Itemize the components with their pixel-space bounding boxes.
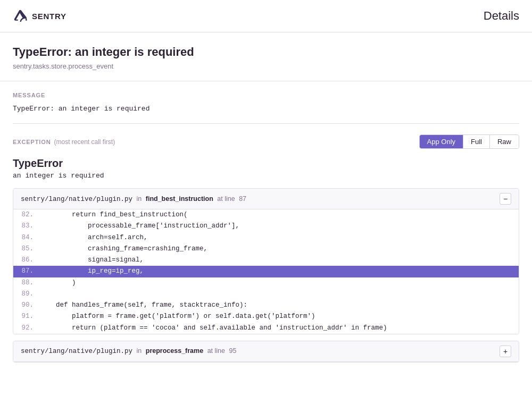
line-content [40, 289, 47, 300]
line-number: 88. [13, 277, 40, 289]
code-frame-1-info: sentry/lang/native/plugin.py in find_bes… [21, 195, 246, 203]
code-line: 86. signal=signal, [13, 255, 519, 266]
code-line: 82. return find_best_instruction( [13, 209, 519, 221]
header: SENTRY Details [0, 0, 532, 32]
line-content: return find_best_instruction( [40, 209, 195, 221]
frame2-path: sentry/lang/native/plugin.py [21, 348, 132, 355]
line-content: arch=self.arch, [40, 232, 155, 243]
sentry-logo-icon [13, 9, 28, 23]
line-content: ip_reg=ip_reg, [40, 266, 151, 277]
exception-value: an integer is required [13, 172, 519, 180]
exception-label-group: EXCEPTION (most recent call first) [13, 138, 115, 146]
line-number: 91. [13, 311, 40, 322]
frame2-function: preprocess_frame [146, 347, 203, 355]
full-button[interactable]: Full [463, 135, 490, 148]
logo: SENTRY [13, 9, 66, 23]
code-line: 90. def handles_frame(self, frame, stack… [13, 300, 519, 311]
error-title: TypeError: an integer is required [13, 45, 519, 59]
exception-label: EXCEPTION [13, 139, 51, 145]
error-path: sentry.tasks.store.process_event [13, 62, 519, 70]
line-number: 87. [13, 266, 40, 277]
code-line: 84. arch=self.arch, [13, 232, 519, 243]
exception-note: (most recent call first) [54, 138, 115, 146]
code-line: 91. platform = frame.get('platform') or … [13, 311, 519, 322]
code-line: 92. return (platform == 'cocoa' and self… [13, 323, 519, 334]
line-content: ) [40, 277, 84, 289]
line-content: platform = frame.get('platform') or self… [40, 311, 323, 322]
message-section: MESSAGE TypeError: an integer is require… [13, 81, 519, 124]
exception-section: EXCEPTION (most recent call first) App O… [13, 124, 519, 363]
exception-header: EXCEPTION (most recent call first) App O… [13, 134, 519, 149]
line-number: 82. [13, 209, 40, 221]
line-number: 90. [13, 300, 40, 311]
logo-text: SENTRY [32, 12, 66, 21]
code-frame-1-header: sentry/lang/native/plugin.py in find_bes… [13, 189, 519, 209]
frame2-at-text: at line [207, 347, 225, 355]
line-content: signal=signal, [40, 255, 151, 266]
line-number: 92. [13, 323, 40, 334]
line-content: def handles_frame(self, frame, stacktrac… [40, 300, 255, 311]
code-line: 87. ip_reg=ip_reg, [13, 266, 519, 277]
code-line: 89. [13, 289, 519, 300]
code-line: 83. processable_frame['instruction_addr'… [13, 221, 519, 232]
frame1-in-text: in [137, 195, 142, 203]
view-toggle-group: App Only Full Raw [419, 134, 519, 149]
line-number: 84. [13, 232, 40, 243]
line-content: return (platform == 'cocoa' and self.ava… [40, 323, 395, 334]
code-line: 88. ) [13, 277, 519, 289]
message-text: TypeError: an integer is required [13, 105, 519, 113]
frame1-line: 87 [239, 195, 246, 203]
line-number: 89. [13, 289, 40, 300]
raw-button[interactable]: Raw [490, 135, 519, 148]
frame1-path: sentry/lang/native/plugin.py [21, 196, 132, 203]
code-line: 85. crashing_frame=crashing_frame, [13, 243, 519, 255]
frame1-function: find_best_instruction [146, 195, 213, 203]
frame1-code-lines: 82. return find_best_instruction(83. pro… [13, 209, 519, 334]
line-number: 86. [13, 255, 40, 266]
line-number: 83. [13, 221, 40, 232]
line-number: 85. [13, 243, 40, 255]
frame2-line: 95 [229, 347, 236, 355]
code-frame-2-header: sentry/lang/native/plugin.py in preproce… [13, 341, 519, 362]
frame2-in-text: in [137, 347, 142, 355]
exception-type: TypeError [13, 157, 519, 170]
frame1-toggle-button[interactable]: − [500, 193, 511, 205]
message-label: MESSAGE [13, 92, 519, 98]
details-title: Details [484, 9, 519, 23]
code-frame-2: sentry/lang/native/plugin.py in preproce… [13, 341, 519, 363]
frame2-toggle-button[interactable]: + [500, 346, 511, 357]
main-content: TypeError: an integer is required sentry… [0, 32, 532, 363]
frame1-at-text: at line [217, 195, 235, 203]
line-content: crashing_frame=crashing_frame, [40, 243, 215, 255]
code-frame-2-info: sentry/lang/native/plugin.py in preproce… [21, 347, 236, 355]
app-only-button[interactable]: App Only [420, 135, 463, 148]
code-frame-1: sentry/lang/native/plugin.py in find_bes… [13, 188, 519, 334]
line-content: processable_frame['instruction_addr'], [40, 221, 247, 232]
